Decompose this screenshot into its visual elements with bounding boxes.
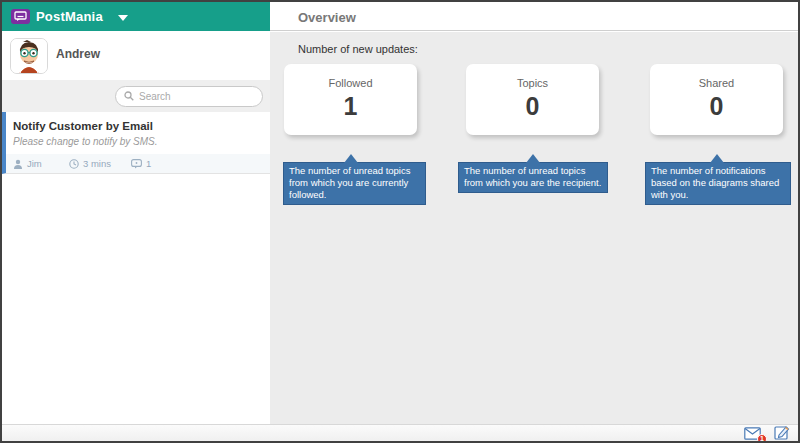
search-input[interactable] bbox=[139, 91, 254, 102]
card-topics-value: 0 bbox=[466, 92, 599, 121]
card-shared[interactable]: Shared 0 bbox=[650, 64, 783, 135]
card-followed-value: 1 bbox=[284, 92, 417, 121]
author-icon bbox=[13, 159, 23, 169]
tooltip-topics: The number of unread topics from which y… bbox=[458, 162, 608, 193]
postmania-window: PostMania An bbox=[0, 0, 800, 443]
app-title: PostMania bbox=[36, 9, 103, 24]
mail-notifications-button[interactable]: 1 bbox=[744, 426, 762, 440]
post-item[interactable]: Notify Customer by Email Please change t… bbox=[2, 112, 270, 174]
overview-content: Number of new updates: Followed 1 Topics… bbox=[270, 32, 798, 424]
page-title: Overview bbox=[298, 10, 356, 25]
search-box[interactable] bbox=[115, 86, 263, 107]
unread-badge: 1 bbox=[757, 434, 767, 443]
card-shared-label: Shared bbox=[650, 77, 783, 89]
postmania-menu[interactable]: PostMania bbox=[2, 2, 270, 31]
post-meta: Jim 3 mins bbox=[6, 154, 270, 173]
main-header: Overview bbox=[270, 2, 798, 31]
search-icon bbox=[124, 91, 134, 101]
card-followed-label: Followed bbox=[284, 77, 417, 89]
card-topics-label: Topics bbox=[466, 77, 599, 89]
footer-bar: 1 bbox=[2, 424, 798, 441]
sidebar: PostMania An bbox=[2, 2, 270, 441]
post-time: 3 mins bbox=[83, 158, 111, 169]
post-author: Jim bbox=[27, 158, 42, 169]
chevron-down-icon[interactable] bbox=[118, 15, 128, 21]
user-profile-row: Andrew bbox=[2, 31, 270, 80]
avatar[interactable] bbox=[10, 38, 48, 74]
comment-icon bbox=[131, 159, 142, 169]
card-followed[interactable]: Followed 1 bbox=[284, 64, 417, 135]
post-body: Notify Customer by Email Please change t… bbox=[6, 112, 270, 154]
tooltip-followed: The number of unread topics from which y… bbox=[283, 162, 426, 205]
search-strip bbox=[2, 80, 270, 112]
clock-icon bbox=[69, 159, 79, 169]
updates-label: Number of new updates: bbox=[298, 43, 418, 55]
card-shared-value: 0 bbox=[650, 92, 783, 121]
tooltip-shared: The number of notifications based on the… bbox=[645, 162, 791, 205]
compose-post-button[interactable] bbox=[774, 424, 790, 440]
card-topics[interactable]: Topics 0 bbox=[466, 64, 599, 135]
comment-count: 1 bbox=[146, 158, 151, 169]
post-title: Notify Customer by Email bbox=[13, 120, 260, 132]
post-excerpt: Please change to notify by SMS. bbox=[13, 136, 260, 147]
main-panel: Overview Number of new updates: Followed… bbox=[270, 2, 798, 441]
postmania-app-icon bbox=[11, 9, 30, 24]
user-name: Andrew bbox=[56, 47, 100, 61]
